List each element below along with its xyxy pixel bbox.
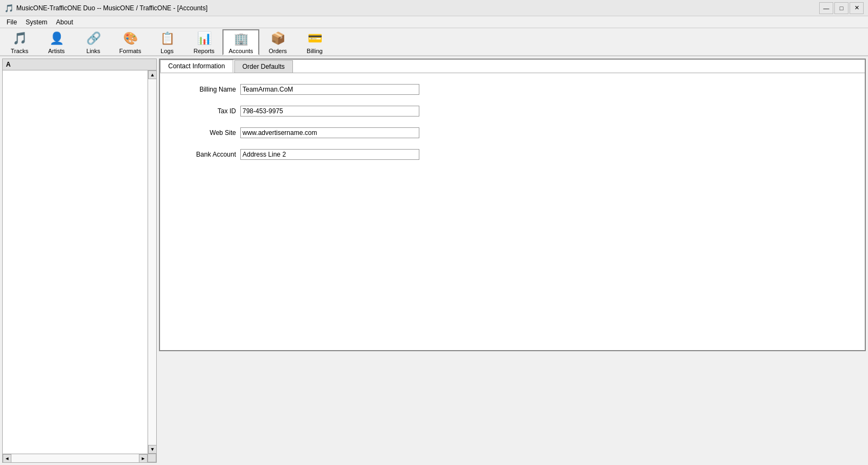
toolbar-billing[interactable]: 💳 Billing: [296, 29, 333, 55]
tab-contact-information[interactable]: Contact Information: [160, 60, 233, 73]
tab-order-defaults[interactable]: Order Defaults: [234, 60, 293, 73]
reports-icon: 📊: [195, 30, 213, 47]
formats-label: Formats: [119, 48, 141, 54]
main-content: A ▲ ▼ ◄ ► Contact Information: [0, 56, 868, 465]
links-icon: 🔗: [85, 30, 102, 47]
tracks-label: Tracks: [11, 48, 29, 54]
maximize-button[interactable]: □: [834, 2, 848, 14]
window-title: MusicONE-TrafficONE Duo -- MusicONE / Tr…: [16, 4, 208, 12]
form-container: Contact Information Order Defaults Billi…: [159, 59, 866, 351]
tax-id-label: Tax ID: [176, 107, 236, 115]
scroll-right-btn[interactable]: ►: [139, 454, 148, 462]
left-panel-body: ▲ ▼ ◄ ►: [3, 70, 156, 462]
left-panel: A ▲ ▼ ◄ ►: [2, 59, 157, 463]
toolbar-accounts[interactable]: 🏢 Accounts: [222, 29, 259, 55]
web-site-label: Web Site: [176, 129, 236, 137]
logs-label: Logs: [161, 48, 174, 54]
close-button[interactable]: ✕: [850, 2, 864, 14]
web-site-row: Web Site: [176, 127, 848, 138]
toolbar: 🎵 Tracks 👤 Artists 🔗 Links 🎨 Formats 📋 L…: [0, 28, 868, 56]
billing-name-label: Billing Name: [176, 86, 236, 93]
artists-label: Artists: [48, 48, 65, 54]
billing-name-row: Billing Name: [176, 84, 848, 95]
vertical-scrollbar[interactable]: ▲ ▼: [148, 70, 156, 454]
menu-about[interactable]: About: [52, 17, 77, 27]
formats-icon: 🎨: [122, 30, 139, 47]
scroll-track-h[interactable]: [11, 454, 139, 462]
horizontal-scrollbar[interactable]: ◄ ►: [3, 454, 148, 462]
bank-account-input[interactable]: [240, 149, 419, 160]
title-bar: 🎵 MusicONE-TrafficONE Duo -- MusicONE / …: [0, 0, 868, 16]
toolbar-logs[interactable]: 📋 Logs: [149, 29, 186, 55]
menu-bar: File System About: [0, 16, 868, 28]
toolbar-formats[interactable]: 🎨 Formats: [112, 29, 149, 55]
billing-name-input[interactable]: [240, 84, 419, 95]
menu-file[interactable]: File: [2, 17, 21, 27]
tax-id-input[interactable]: [240, 106, 419, 117]
accounts-icon: 🏢: [232, 30, 250, 47]
reports-label: Reports: [194, 48, 215, 54]
toolbar-orders[interactable]: 📦 Orders: [259, 29, 296, 55]
tax-id-row: Tax ID: [176, 106, 848, 117]
toolbar-tracks[interactable]: 🎵 Tracks: [1, 29, 38, 55]
menu-system[interactable]: System: [21, 17, 52, 27]
scroll-track-v[interactable]: [148, 79, 156, 445]
billing-icon: 💳: [306, 30, 323, 47]
billing-label: Billing: [307, 48, 322, 54]
logs-icon: 📋: [158, 30, 176, 47]
minimize-button[interactable]: —: [819, 2, 833, 14]
web-site-input[interactable]: [240, 127, 419, 138]
scrollbar-corner: [148, 454, 156, 462]
app-icon: 🎵: [4, 4, 13, 12]
tracks-icon: 🎵: [11, 30, 28, 47]
accounts-label: Accounts: [228, 48, 253, 54]
bank-account-label: Bank Account: [176, 151, 236, 158]
orders-icon: 📦: [269, 30, 286, 47]
scroll-left-btn[interactable]: ◄: [3, 454, 11, 462]
links-label: Links: [86, 48, 100, 54]
title-bar-controls: — □ ✕: [819, 2, 864, 14]
left-panel-header: A: [3, 59, 156, 70]
tabs-header: Contact Information Order Defaults: [160, 60, 865, 73]
artists-icon: 👤: [48, 30, 65, 47]
scroll-down-btn[interactable]: ▼: [148, 445, 156, 454]
orders-label: Orders: [269, 48, 287, 54]
scroll-up-btn[interactable]: ▲: [148, 70, 156, 79]
right-panel: Contact Information Order Defaults Billi…: [159, 59, 866, 463]
toolbar-links[interactable]: 🔗 Links: [75, 29, 112, 55]
form-body: Billing Name Tax ID Web Site Bank Accoun…: [160, 73, 865, 350]
toolbar-artists[interactable]: 👤 Artists: [38, 29, 75, 55]
toolbar-reports[interactable]: 📊 Reports: [186, 29, 222, 55]
bank-account-row: Bank Account: [176, 149, 848, 160]
